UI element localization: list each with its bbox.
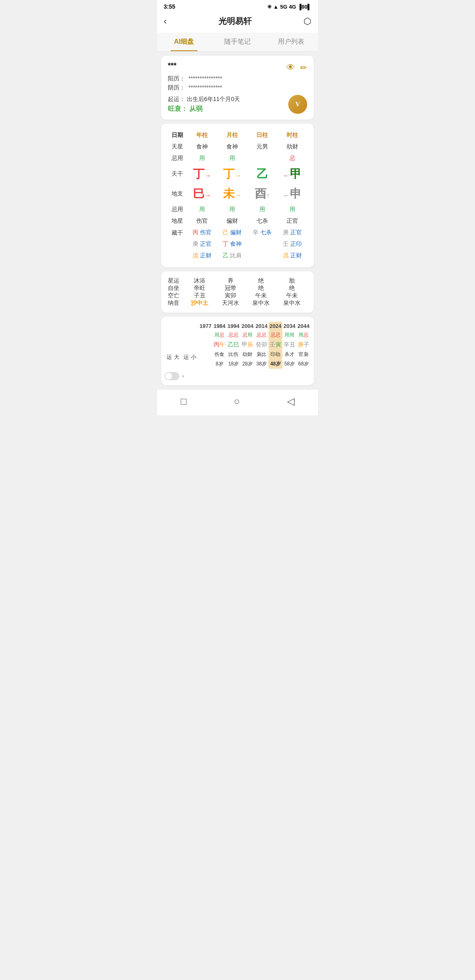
dizhi-yue: 未→ bbox=[217, 184, 247, 204]
signal-4g: 4G bbox=[289, 4, 296, 10]
battery-icon: ▐80▌ bbox=[298, 4, 311, 10]
dixing-shi: 正官 bbox=[277, 215, 307, 227]
yangli-label: 阳历： bbox=[168, 75, 188, 82]
stem-2004: 甲辰 bbox=[240, 340, 254, 350]
tiangan-nian: 丁→ bbox=[187, 164, 217, 184]
bazi-col-yue: 月柱 bbox=[217, 130, 247, 141]
zanggan-row-2: 庚 正官 丁 食神 壬 正印 bbox=[168, 238, 307, 250]
toggle-label: × bbox=[182, 374, 184, 379]
jiyong-bottom-ri: 用 bbox=[247, 204, 277, 215]
kongwang-label: 空亡 bbox=[168, 292, 184, 299]
stem-1984: 丙午 bbox=[212, 340, 226, 350]
type-1994: 比伤 bbox=[226, 350, 240, 359]
tiangan-yue: 丁→ bbox=[217, 164, 247, 184]
tianxing-yue: 食神 bbox=[217, 141, 247, 153]
xingyun-row: 星运 沐浴 养 绝 胎 bbox=[168, 277, 307, 285]
stem-2014: 癸卯 bbox=[254, 340, 268, 350]
age-2014: 38岁 bbox=[254, 359, 268, 369]
tianxing-row: 天星 食神 食神 元男 劫财 bbox=[168, 141, 307, 153]
type-2004: 劫财 bbox=[240, 350, 254, 359]
year-1977: 1977 bbox=[198, 322, 212, 330]
qiyun-value: 出生后6年11个月0天 bbox=[187, 96, 240, 102]
app-title: 光明易轩 bbox=[219, 16, 252, 27]
age-1994: 18岁 bbox=[226, 359, 240, 369]
zanggan-row-1: 藏干 丙 伤官 己 偏财 辛 七杀 庚 正官 bbox=[168, 227, 307, 238]
dayun-label: 大运 bbox=[165, 330, 181, 369]
type-1977 bbox=[198, 350, 212, 359]
zizuo-shi: 绝 bbox=[277, 285, 308, 292]
type-2034: 杀才 bbox=[282, 350, 296, 359]
tab-ai-xipan[interactable]: AI细盘 bbox=[157, 33, 211, 51]
zanggan-nian-3: 戊 正财 bbox=[187, 250, 217, 261]
age-2034: 58岁 bbox=[282, 359, 296, 369]
zanggan-shi-3: 戊 正财 bbox=[277, 250, 307, 261]
tab-users[interactable]: 用户列表 bbox=[264, 33, 318, 51]
zizuo-row: 自坐 帝旺 冠带 绝 绝 bbox=[168, 285, 307, 292]
nayin-nian: 沙中土 bbox=[184, 299, 215, 307]
tab-notes[interactable]: 随手笔记 bbox=[211, 33, 264, 51]
bazi-col-date: 日期 bbox=[168, 130, 187, 141]
yinli-value: *************** bbox=[188, 84, 307, 92]
age-2004: 28岁 bbox=[240, 359, 254, 369]
nav-home-button[interactable]: □ bbox=[181, 396, 187, 407]
zanggan-label: 藏干 bbox=[168, 227, 187, 261]
zanggan-ri-2 bbox=[247, 238, 277, 250]
stem-2024: 壬寅 bbox=[268, 340, 282, 350]
settings-button[interactable]: ⬡ bbox=[303, 16, 311, 27]
nav-back-button[interactable]: ○ bbox=[234, 396, 240, 407]
status-bar: 3:55 ✳ ▲ 5G 4G ▐80▌ bbox=[157, 0, 318, 12]
kongwang-row: 空亡 子丑 寅卯 午未 午未 bbox=[168, 292, 307, 299]
xingyun-ri: 绝 bbox=[246, 277, 277, 285]
year-2034: 2034 bbox=[282, 322, 296, 330]
status-icons: ✳ ▲ 5G 4G ▐80▌ bbox=[267, 4, 311, 10]
yun-card: 星运 沐浴 养 绝 胎 自坐 帝旺 冠带 绝 绝 空亡 子丑 寅卯 午未 午未 … bbox=[161, 271, 314, 313]
wangshuai-value: 从弱 bbox=[189, 105, 202, 112]
eye-icon[interactable]: 👁 bbox=[286, 62, 295, 73]
nav-recents-button[interactable]: ◁ bbox=[287, 396, 294, 407]
profile-action-icons: 👁 ✏ bbox=[286, 62, 307, 73]
zizuo-yue: 冠带 bbox=[215, 285, 246, 292]
bazi-card: 日期 年柱 月柱 日柱 时柱 天星 食神 食神 元男 劫财 忌用 用 用 忌 天… bbox=[161, 124, 314, 267]
xingyun-yue: 养 bbox=[215, 277, 246, 285]
tianxing-nian: 食神 bbox=[187, 141, 217, 153]
nayin-ri: 泉中水 bbox=[246, 299, 277, 307]
dizhi-shi: ←申 bbox=[277, 184, 307, 204]
year-2024: 2024 bbox=[268, 322, 282, 330]
edit-icon[interactable]: ✏ bbox=[300, 63, 307, 73]
kongwang-shi: 午未 bbox=[277, 292, 308, 299]
year-1984: 1984 bbox=[212, 322, 226, 330]
zanggan-ri-1: 辛 七杀 bbox=[247, 227, 277, 238]
age-1977 bbox=[198, 359, 212, 369]
tianxing-shi: 劫财 bbox=[277, 141, 307, 153]
yun-table: 星运 沐浴 养 绝 胎 自坐 帝旺 冠带 绝 绝 空亡 子丑 寅卯 午未 午未 … bbox=[168, 277, 307, 307]
nayin-yue: 天河水 bbox=[215, 299, 246, 307]
zizuo-nian: 帝旺 bbox=[184, 285, 215, 292]
vip-badge: V bbox=[288, 95, 307, 114]
wangshuai-label: 旺衰： bbox=[168, 105, 188, 112]
xingyun-shi: 胎 bbox=[277, 277, 308, 285]
dixing-ri: 七杀 bbox=[247, 215, 277, 227]
dizhi-ri: 酉↑ bbox=[247, 184, 277, 204]
jiyong-top-row: 忌用 用 用 忌 bbox=[168, 153, 307, 164]
jiyong-2004: 忌用 bbox=[240, 330, 254, 340]
toggle-switch[interactable] bbox=[165, 372, 179, 380]
jiyong-top-label: 忌用 bbox=[168, 153, 187, 164]
zanggan-nian-2: 庚 正官 bbox=[187, 238, 217, 250]
toggle-area: × bbox=[165, 372, 310, 380]
status-time: 3:55 bbox=[164, 3, 175, 10]
jiyong-top-ri bbox=[247, 153, 277, 164]
dizhi-nian: 巳→ bbox=[187, 184, 217, 204]
wifi-icon: ▲ bbox=[273, 4, 279, 10]
xiaoyun-label: 小运 bbox=[181, 330, 198, 369]
type-2014: 枭比 bbox=[254, 350, 268, 359]
tiangan-ri: 乙 bbox=[247, 164, 277, 184]
zanggan-yue-1: 己 偏财 bbox=[217, 227, 247, 238]
xingyun-label: 星运 bbox=[168, 277, 184, 285]
tiangan-shi: ←甲 bbox=[277, 164, 307, 184]
back-button[interactable]: ‹ bbox=[164, 16, 167, 27]
bazi-table: 日期 年柱 月柱 日柱 时柱 天星 食神 食神 元男 劫财 忌用 用 用 忌 天… bbox=[168, 130, 307, 261]
dixing-yue: 偏财 bbox=[217, 215, 247, 227]
bottom-nav: □ ○ ◁ bbox=[157, 389, 318, 415]
jiyong-2034: 用用 bbox=[282, 330, 296, 340]
profile-name: *** bbox=[168, 61, 176, 70]
